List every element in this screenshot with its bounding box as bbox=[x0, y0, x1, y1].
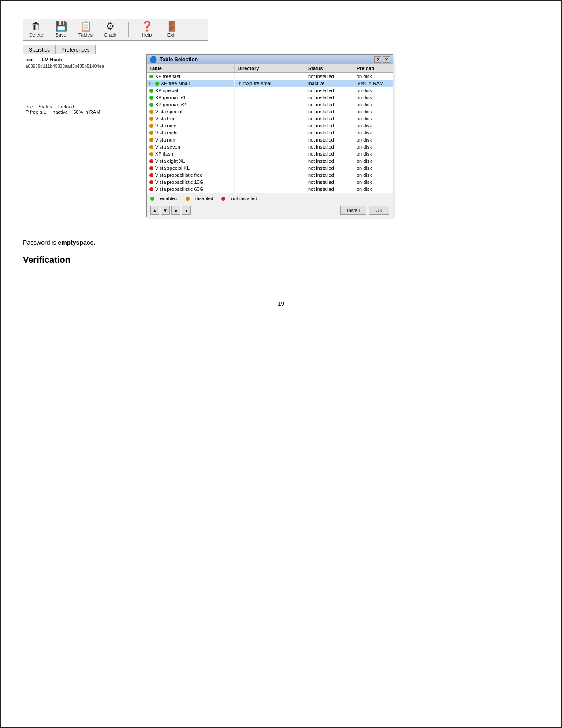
legend-label: = not installed bbox=[227, 196, 257, 201]
crack-label: Crack bbox=[104, 32, 117, 37]
table-row[interactable]: XP german v1 not installed on disk bbox=[147, 94, 393, 101]
row-preload: on disk bbox=[354, 150, 389, 157]
dialog-legend: = enabled= disabled= not installed bbox=[147, 193, 393, 204]
col-header-preload: Preload bbox=[354, 64, 389, 72]
row-status: not installed bbox=[305, 129, 354, 136]
help-button[interactable]: ? bbox=[374, 56, 381, 63]
status-dot bbox=[149, 180, 153, 184]
toolbar-item-save[interactable]: 💾Save bbox=[52, 22, 69, 37]
row-name-cell: XP german v2 bbox=[147, 101, 235, 108]
legend-dot bbox=[186, 197, 190, 201]
toolbar-item-crack[interactable]: ⚙Crack bbox=[102, 22, 119, 37]
section-title: Verification bbox=[23, 255, 539, 265]
status-dot bbox=[149, 159, 153, 163]
close-button[interactable]: ✕ bbox=[383, 56, 390, 63]
footer-row: P free s... inactive 50% in RAM bbox=[26, 109, 143, 115]
toolbar-item-tables[interactable]: 📋Tables bbox=[77, 22, 94, 37]
row-preload: on disk bbox=[354, 164, 389, 172]
row-preload: on disk bbox=[354, 129, 389, 136]
row-preload: on disk bbox=[354, 115, 389, 122]
col-header-directory: Directory bbox=[235, 64, 305, 72]
nav-btn-2[interactable]: ● bbox=[171, 206, 180, 215]
nav-btn-0[interactable]: ▲ bbox=[150, 206, 159, 215]
table-row[interactable]: Vista eight XL not installed on disk bbox=[147, 157, 393, 164]
row-directory bbox=[235, 115, 305, 122]
table-row[interactable]: XP free fast not installed on disk bbox=[147, 73, 393, 80]
table-row[interactable]: XP flash not installed on disk bbox=[147, 150, 393, 157]
table-row[interactable]: Vista nine not installed on disk bbox=[147, 122, 393, 129]
status-dot bbox=[149, 131, 153, 135]
legend-item: = enabled bbox=[150, 196, 178, 201]
row-status: not installed bbox=[305, 150, 354, 157]
row-preload: on disk bbox=[354, 172, 389, 179]
table-row[interactable]: Vista free not installed on disk bbox=[147, 115, 393, 122]
row-directory bbox=[235, 87, 305, 94]
row-name-cell: Vista free bbox=[147, 115, 235, 122]
nav-btn-3[interactable]: ● bbox=[182, 206, 191, 215]
tables-icon: 📋 bbox=[80, 22, 92, 31]
table-row[interactable]: XP german v2 not installed on disk bbox=[147, 101, 393, 108]
exit-icon: 🚪 bbox=[166, 22, 178, 31]
row-preload: on disk bbox=[354, 87, 389, 94]
row-name-cell: XP german v1 bbox=[147, 94, 235, 101]
row-status: inactive bbox=[305, 80, 354, 87]
dialog-nav-buttons[interactable]: ▲▼●● bbox=[150, 206, 191, 215]
row-name-cell: XP free fast bbox=[147, 73, 235, 80]
install-button[interactable]: Install bbox=[340, 206, 366, 215]
tab-preferences[interactable]: Preferences bbox=[56, 45, 96, 54]
left-panel: ser LM Hash a83938d111b45823aad3b435b514… bbox=[23, 54, 146, 217]
row-status: not installed bbox=[305, 172, 354, 179]
row-status: not installed bbox=[305, 122, 354, 129]
legend-label: = enabled bbox=[156, 196, 178, 201]
row-name-cell: Vista special bbox=[147, 108, 235, 115]
col-lmhash: LM Hash bbox=[42, 57, 62, 62]
toolbar-item-exit[interactable]: 🚪Exit bbox=[163, 22, 180, 37]
page-number: 19 bbox=[23, 300, 539, 307]
table-row[interactable]: Vista seven not installed on disk bbox=[147, 143, 393, 150]
row-table-name: Vista probabilistic free bbox=[155, 172, 202, 178]
toolbar-item-help[interactable]: ❓Help bbox=[138, 22, 155, 37]
row-name-cell: Vista eight bbox=[147, 129, 235, 136]
row-table-name: Vista eight bbox=[155, 130, 178, 135]
col-ser: ser bbox=[26, 57, 33, 62]
dialog-table-body[interactable]: XP free fast not installed on disk ▷ XP … bbox=[147, 73, 393, 193]
footer-headers: ible Status Preload bbox=[26, 104, 143, 109]
tab-statistics[interactable]: Statistics bbox=[23, 45, 56, 54]
table-row[interactable]: Vista eight not installed on disk bbox=[147, 129, 393, 136]
table-row[interactable]: Vista special not installed on disk bbox=[147, 108, 393, 115]
row-preload: on disk bbox=[354, 136, 389, 143]
toolbar-item-delete[interactable]: 🗑Delete bbox=[28, 22, 45, 37]
dialog-titlebar: 🔵 Table Selection ? ✕ bbox=[147, 55, 393, 64]
nav-btn-1[interactable]: ▼ bbox=[161, 206, 170, 215]
status-dot bbox=[149, 110, 153, 114]
status-dot bbox=[149, 124, 153, 128]
dialog-action-buttons[interactable]: Install OK bbox=[340, 206, 389, 215]
row-status: not installed bbox=[305, 115, 354, 122]
row-name-cell: Vista probabilistic 10G bbox=[147, 179, 235, 186]
footer-col3: Preload bbox=[57, 104, 74, 109]
table-row[interactable]: Vista probabilistic free not installed o… bbox=[147, 172, 393, 179]
tabs-bar: StatisticsPreferences bbox=[23, 45, 539, 54]
table-row[interactable]: Vista probabilistic 60G not installed on… bbox=[147, 186, 393, 193]
password-prefix: Password is bbox=[23, 239, 58, 246]
row-directory bbox=[235, 108, 305, 115]
row-preload: on disk bbox=[354, 122, 389, 129]
row-directory bbox=[235, 143, 305, 150]
status-dot bbox=[149, 89, 153, 93]
legend-dot bbox=[150, 197, 154, 201]
dialog-controls[interactable]: ? ✕ bbox=[374, 56, 390, 63]
table-row[interactable]: Vista num not installed on disk bbox=[147, 136, 393, 143]
ok-button[interactable]: OK bbox=[369, 206, 389, 215]
row-table-name: XP special bbox=[155, 88, 178, 93]
table-row[interactable]: Vista probabilistic 10G not installed on… bbox=[147, 179, 393, 186]
table-row[interactable]: XP special not installed on disk bbox=[147, 87, 393, 94]
table-row[interactable]: Vista special XL not installed on disk bbox=[147, 164, 393, 172]
row-status: not installed bbox=[305, 101, 354, 108]
table-row[interactable]: ▷ XP free small J:\rt\xp-fre-small inact… bbox=[147, 80, 393, 87]
row-status: not installed bbox=[305, 143, 354, 150]
row-name-cell: Vista nine bbox=[147, 122, 235, 129]
row-name-cell: XP special bbox=[147, 87, 235, 94]
dialog-bottom: ▲▼●● Install OK bbox=[147, 204, 393, 217]
row-preload: on disk bbox=[354, 143, 389, 150]
row-directory bbox=[235, 186, 305, 193]
